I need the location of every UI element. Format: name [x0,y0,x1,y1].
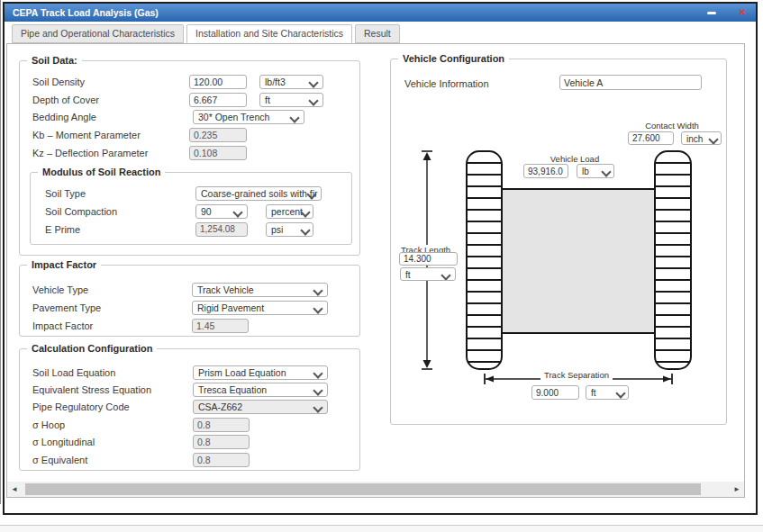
soil-data-group: Soil Data: Soil Density lb/ft3 Depth of … [19,60,360,256]
kz-deflection-parameter-label: Kz – Deflection Parameter [32,148,148,158]
close-icon: ✕ [739,4,746,22]
scroll-left-icon: ◄ [11,485,18,493]
kb-moment-parameter-field: 0.235 [189,128,247,142]
title-bar: CEPA Track Load Analysis (Gas) ✕ [5,4,756,22]
vehicle-type-select[interactable]: Track Vehicle [192,283,328,297]
depth-of-cover-input[interactable] [189,93,247,107]
vehicle-configuration-legend: Vehicle Configuration [398,53,509,64]
sigma-hoop-field: 0.8 [193,418,250,432]
soil-density-unit-select[interactable]: lb/ft3 [259,75,323,89]
e-prime-field: 1,254.08 [195,222,248,237]
track-separation-unit-select[interactable]: ft [586,385,629,400]
vehicle-configuration-group: Vehicle Configuration Vehicle Informatio… [390,59,727,425]
track-length-input[interactable] [399,252,458,266]
sigma-hoop-label: σ Hoop [32,419,65,430]
depth-of-cover-label: Depth of Cover [32,95,99,105]
soil-compaction-select[interactable]: 90 [195,204,248,219]
sigma-longitudinal-field: 0.8 [193,435,250,449]
tab-pipe-and-operational[interactable]: Pipe and Operational Characteristics [12,24,184,43]
sigma-equivalent-field: 0.8 [193,453,250,467]
vehicle-information-input[interactable] [559,75,702,90]
pavement-type-label: Pavement Type [32,302,101,313]
soil-type-select[interactable]: Coarse-grained soils with fir [195,186,322,201]
depth-of-cover-unit-select[interactable]: ft [259,93,323,107]
minimize-icon [707,12,716,14]
soil-density-label: Soil Density [32,77,85,87]
impact-factor-label: Impact Factor [32,320,93,331]
soil-density-input[interactable] [189,75,247,89]
tab-page-content: Soil Data: Soil Density lb/ft3 Depth of … [6,43,745,498]
soil-load-equation-label: Soil Load Equation [32,367,115,378]
soil-compaction-label: Soil Compaction [45,206,117,217]
e-prime-label: E Prime [45,224,80,235]
scrollbar-thumb[interactable] [25,483,701,495]
bedding-angle-label: Bedding Angle [32,112,96,122]
vehicle-load-label: Vehicle Load [512,154,638,164]
soil-type-label: Soil Type [45,188,86,199]
background-window-strip [0,525,763,532]
vehicle-load-unit-select[interactable]: lb [577,164,614,178]
right-track-shape [654,150,692,370]
contact-width-input[interactable] [628,131,674,145]
soil-data-legend: Soil Data: [27,55,82,66]
vehicle-information-label: Vehicle Information [404,78,489,89]
vehicle-load-input[interactable] [523,164,568,178]
equivalent-stress-equation-label: Equivalent Stress Equation [32,384,151,395]
calculation-configuration-legend: Calculation Configuration [27,343,157,354]
soil-compaction-unit-select[interactable]: percent [266,204,313,219]
window-title: CEPA Track Load Analysis (Gas) [13,7,159,18]
kb-moment-parameter-label: Kb – Moment Parameter [32,130,141,140]
e-prime-unit-select[interactable]: psi [266,222,313,237]
modulus-legend: Modulus of Soil Reaction [38,167,165,177]
impact-factor-field: 1.45 [192,319,249,333]
background-window-edge [0,0,1,504]
tab-installation-and-site[interactable]: Installation and Site Characteristics [186,24,352,43]
bedding-angle-select[interactable]: 30* Open Trench [193,110,304,124]
pipe-regulatory-code-select: CSA-Z662 [193,400,328,414]
soil-load-equation-select[interactable]: Prism Load Equation [193,365,328,380]
track-separation-input[interactable] [531,385,579,400]
modulus-of-soil-reaction-group: Modulus of Soil Reaction Soil Type Coars… [30,172,352,245]
app-window: CEPA Track Load Analysis (Gas) ✕ Pipe an… [3,2,758,515]
minimize-button[interactable] [702,4,722,22]
vehicle-body-shape [503,188,654,334]
track-length-unit-select[interactable]: ft [400,267,456,281]
close-button[interactable]: ✕ [732,4,752,22]
left-track-shape [466,150,503,370]
track-separation-label: Track Separation [540,370,613,380]
kz-deflection-parameter-field: 0.108 [189,146,247,160]
horizontal-scrollbar[interactable]: ◄ ► [7,482,744,497]
equivalent-stress-equation-select[interactable]: Tresca Equation [193,383,328,397]
sigma-equivalent-label: σ Equivalent [32,455,87,465]
impact-factor-group: Impact Factor Vehicle Type Track Vehicle… [19,265,360,337]
tab-strip: Pipe and Operational CharacteristicsInst… [12,24,403,42]
contact-width-unit-select[interactable]: inch [681,131,722,145]
scroll-left-button[interactable]: ◄ [7,482,22,497]
scroll-right-icon: ► [733,485,740,493]
vehicle-type-label: Vehicle Type [32,284,88,295]
scroll-right-button[interactable]: ► [730,482,744,497]
pipe-regulatory-code-label: Pipe Regulatory Code [32,401,130,412]
impact-factor-legend: Impact Factor [27,259,101,270]
contact-width-label: Contact Width [613,121,731,131]
tab-result[interactable]: Result [355,24,400,43]
calculation-configuration-group: Calculation Configuration Soil Load Equa… [19,348,360,471]
sigma-longitudinal-label: σ Longitudinal [32,437,95,447]
pavement-type-select[interactable]: Rigid Pavement [192,301,328,315]
